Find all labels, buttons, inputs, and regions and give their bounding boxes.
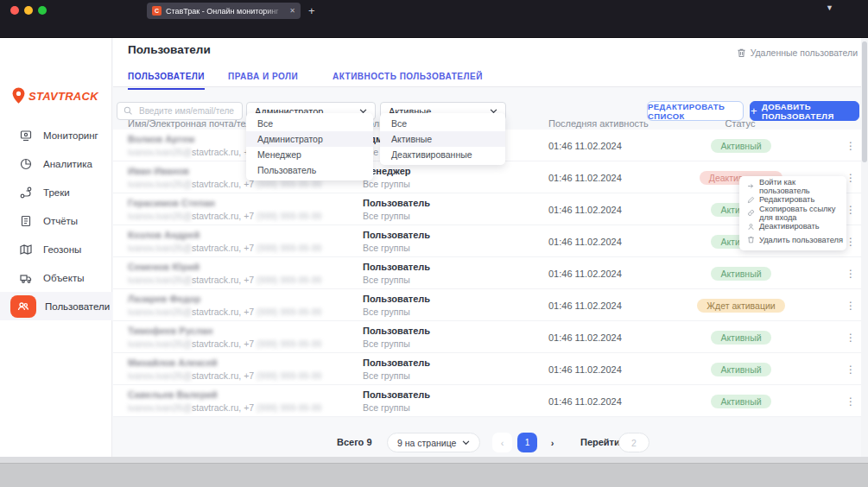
tab-favicon: С xyxy=(152,6,162,16)
app-sidebar: STAVTRACK Мониторинг Аналитика Треки Отч… xyxy=(0,38,112,458)
sidebar-item-label: Мониторинг xyxy=(43,130,98,141)
status-badge: Активный xyxy=(711,395,770,408)
logo-text: STAVTRACK xyxy=(29,90,98,103)
scrollbar-thumb[interactable] xyxy=(862,41,867,162)
geozones-icon xyxy=(19,243,33,256)
screen: С СтавТрак - Онлайн мониторинг ✕ + ▼ ← →… xyxy=(0,0,868,487)
status-cell: Ждет активации xyxy=(689,289,793,321)
current-page-button[interactable]: 1 xyxy=(517,433,537,452)
window-minimize-button[interactable] xyxy=(24,6,33,15)
user-role-cell: Пользователь Все группы xyxy=(363,294,430,317)
page-title: Пользователи xyxy=(128,43,211,56)
last-activity: 01:46 11.02.2024 xyxy=(548,225,622,257)
row-actions-kebab-icon[interactable]: ⋮ xyxy=(843,385,858,417)
tab-users[interactable]: ПОЛЬЗОВАТЕЛИ xyxy=(128,72,205,90)
user-role: Пользователь xyxy=(363,389,430,400)
user-role-cell: Пользователь Все группы xyxy=(363,198,430,221)
goto-page-input[interactable]: 2 xyxy=(618,433,649,452)
status-option[interactable]: Все xyxy=(380,116,505,131)
user-role-cell: Пользователь Все группы xyxy=(363,262,430,285)
user-name-cell: Тимофеев Руслан ivanov.ivan26@stavtrack.… xyxy=(128,326,321,349)
browser-tab[interactable]: С СтавТрак - Онлайн мониторинг ✕ xyxy=(147,3,301,19)
deleted-users-link[interactable]: Удаленные пользователи xyxy=(737,47,858,58)
sidebar-item-label: Объекты xyxy=(43,273,84,283)
taskbar: 11:00 AM 10/05/2021 xyxy=(0,463,868,487)
objects-icon xyxy=(19,271,33,285)
delete-user-item[interactable]: Удалить пользователя xyxy=(739,233,846,247)
user-name: Герасимов Степан xyxy=(128,198,321,208)
status-option[interactable]: Активные xyxy=(380,131,505,147)
last-activity: 01:46 11.02.2024 xyxy=(548,385,622,417)
app-logo[interactable]: STAVTRACK xyxy=(10,86,98,105)
last-activity: 01:46 11.02.2024 xyxy=(548,321,622,353)
prev-page-button[interactable]: ‹ xyxy=(492,433,512,452)
new-tab-button[interactable]: + xyxy=(308,3,315,19)
user-groups: Все группы xyxy=(363,370,430,381)
status-cell: Активный xyxy=(689,257,793,289)
user-groups: Все группы xyxy=(363,307,430,317)
search-icon xyxy=(124,106,133,116)
sidebar-item-label: Пользователи xyxy=(45,301,110,312)
role-option[interactable]: Менеджер xyxy=(246,147,373,162)
per-page-select[interactable]: 9 на странице xyxy=(387,433,480,452)
login-as-user-item[interactable]: Войти как пользователь xyxy=(739,180,846,193)
sidebar-item-geozones[interactable]: Геозоны xyxy=(0,235,112,263)
tab-close-icon[interactable]: ✕ xyxy=(289,7,295,15)
role-option[interactable]: Администратор xyxy=(246,131,373,147)
browser-nav-bar: ← → ⟳ https://www.stavtrack.online/notif… xyxy=(0,20,868,38)
status-option[interactable]: Деактивированные xyxy=(380,147,505,162)
last-activity: 01:46 11.02.2024 xyxy=(548,289,622,321)
tab-user-activity[interactable]: АКТИВНОСТЬ ПОЛЬЗОВАТЕЛЕЙ xyxy=(333,72,483,88)
user-name-cell: Герасимов Степан ivanov.ivan26@stavtrack… xyxy=(128,198,321,221)
user-search-field[interactable] xyxy=(117,102,243,120)
user-role: Пользователь xyxy=(363,357,430,368)
chevron-down-icon xyxy=(462,440,470,446)
sidebar-item-users[interactable]: Пользователи xyxy=(0,292,112,320)
last-activity: 01:46 11.02.2024 xyxy=(548,161,622,193)
copy-login-link-item[interactable]: Скопировать ссылку для входа xyxy=(739,206,846,220)
page-header-band xyxy=(113,38,868,87)
next-page-button[interactable]: › xyxy=(542,433,562,452)
user-role-cell: Пользователь Все группы xyxy=(363,326,430,349)
row-actions-kebab-icon[interactable]: ⋮ xyxy=(843,257,858,289)
sidebar-item-tracks[interactable]: Треки xyxy=(0,178,112,206)
user-email-phone: ivanov.ivan26@stavtrack.ru, +7 (999) 999… xyxy=(128,402,321,413)
user-email-phone: ivanov.ivan26@stavtrack.ru, +7 (999) 999… xyxy=(128,275,321,285)
logo-icon xyxy=(10,86,27,105)
sidebar-item-label: Треки xyxy=(43,187,70,198)
row-actions-kebab-icon[interactable]: ⋮ xyxy=(843,130,858,161)
analytics-icon xyxy=(19,157,33,171)
sidebar-item-monitoring[interactable]: Мониторинг xyxy=(0,121,112,149)
row-actions-kebab-icon[interactable]: ⋮ xyxy=(843,321,858,353)
user-name-cell: Семенов Юрий ivanov.ivan26@stavtrack.ru,… xyxy=(128,262,321,285)
status-badge: Активный xyxy=(711,267,770,281)
user-email-phone: ivanov.ivan26@stavtrack.ru, +7 (999) 999… xyxy=(128,243,321,253)
tab-list-chevron-icon[interactable]: ▼ xyxy=(826,3,833,12)
link-icon xyxy=(747,209,755,217)
table-row: Савельев Валерий ivanov.ivan26@stavtrack… xyxy=(113,385,868,417)
window-close-button[interactable] xyxy=(10,6,19,15)
deactivate-user-item[interactable]: Деактивировать xyxy=(739,220,846,234)
trash-icon xyxy=(747,236,755,244)
reports-icon xyxy=(19,214,33,228)
window-zoom-button[interactable] xyxy=(38,6,47,15)
search-input[interactable] xyxy=(137,105,236,117)
tab-title: СтавТрак - Онлайн мониторинг xyxy=(166,7,285,16)
browser-tab-bar: С СтавТрак - Онлайн мониторинг ✕ + ▼ xyxy=(0,0,868,20)
role-option[interactable]: Пользователь xyxy=(246,162,373,178)
row-actions-kebab-icon[interactable]: ⋮ xyxy=(843,353,858,385)
user-name-cell: Михайлов Алексей ivanov.ivan26@stavtrack… xyxy=(128,357,321,381)
table-row: Тимофеев Руслан ivanov.ivan26@stavtrack.… xyxy=(113,321,868,353)
user-role-cell: Пользователь Все группы xyxy=(363,230,430,253)
sidebar-item-analytics[interactable]: Аналитика xyxy=(0,149,112,178)
status-badge: Ждет активации xyxy=(697,299,784,313)
sidebar-item-label: Отчёты xyxy=(43,216,78,226)
sidebar-item-label: Геозоны xyxy=(43,244,81,255)
tab-rights-roles[interactable]: ПРАВА И РОЛИ xyxy=(228,72,298,88)
user-name: Михайлов Алексей xyxy=(128,357,321,368)
user-name: Тимофеев Руслан xyxy=(128,326,321,336)
role-option[interactable]: Все xyxy=(246,116,373,131)
sidebar-item-reports[interactable]: Отчёты xyxy=(0,206,112,235)
sidebar-item-objects[interactable]: Объекты xyxy=(0,263,112,292)
row-actions-kebab-icon[interactable]: ⋮ xyxy=(843,289,858,321)
